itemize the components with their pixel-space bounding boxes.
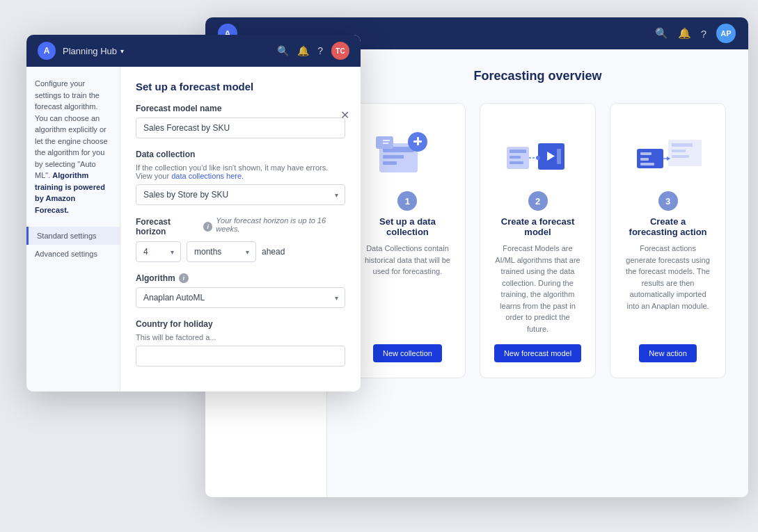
svg-rect-16 <box>557 149 561 164</box>
advanced-settings-item[interactable]: Advanced settings <box>26 245 120 263</box>
algorithm-label: Algorithm i <box>136 273 345 283</box>
front-search-icon[interactable]: 🔍 <box>277 45 289 56</box>
topbar-icons: 🔍 🔔 ? AP <box>655 24 736 43</box>
algorithm-select[interactable]: Anaplan AutoML <box>136 287 345 308</box>
front-bell-icon[interactable]: 🔔 <box>297 45 309 56</box>
form-group-forecast-horizon: Forecast horizon i Your forecast horizon… <box>136 216 345 262</box>
form-group-algorithm: Algorithm i Anaplan AutoML ▾ <box>136 273 345 308</box>
algorithm-select-wrapper: Anaplan AutoML ▾ <box>136 287 345 308</box>
svg-rect-6 <box>417 137 419 145</box>
front-help-icon[interactable]: ? <box>317 45 323 56</box>
horizon-number-select[interactable]: 4 1 2 3 5 6 <box>136 241 181 262</box>
close-button[interactable]: ✕ <box>340 110 349 121</box>
data-collection-select-wrapper: Sales by Store by SKU ▾ <box>136 184 345 205</box>
form-group-model-name: Forecast model name <box>136 104 345 138</box>
form-group-country: Country for holiday This will be factore… <box>136 319 345 366</box>
horizon-ahead-label: ahead <box>262 247 285 257</box>
front-avatar: TC <box>331 42 349 60</box>
data-collection-select[interactable]: Sales by Store by SKU <box>136 184 345 205</box>
svg-point-17 <box>536 156 540 160</box>
horizon-hint: Your forecast horizon is up to 16 weeks. <box>216 216 345 233</box>
dialog-sidebar: Configure your settings to train the for… <box>26 67 120 392</box>
form-group-data-collection: Data collection If the collection you'd … <box>136 150 345 205</box>
forecast-horizon-label: Forecast horizon i Your forecast horizon… <box>136 216 345 237</box>
front-topbar: A Planning Hub ▾ 🔍 🔔 ? TC <box>26 35 361 67</box>
front-topbar-left: A Planning Hub ▾ <box>38 42 124 60</box>
new-action-button[interactable]: New action <box>639 344 696 362</box>
svg-rect-23 <box>640 152 652 155</box>
svg-rect-12 <box>510 156 521 159</box>
svg-rect-19 <box>672 143 693 147</box>
front-anaplan-logo: A <box>38 42 56 60</box>
data-collections-link[interactable]: data collections here. <box>171 172 244 180</box>
svg-rect-7 <box>376 136 393 149</box>
horizon-number-wrapper: 4 1 2 3 5 6 ▾ <box>136 241 181 262</box>
card-number-1: 1 <box>397 191 417 211</box>
card-title-3: Create a forecasting action <box>624 216 711 237</box>
dialog-sidebar-text: Configure your settings to train the for… <box>26 78 120 227</box>
dialog-main: ✕ Set up a forecast model Forecast model… <box>120 67 361 392</box>
model-name-label: Forecast model name <box>136 104 345 113</box>
chevron-down-icon: ▾ <box>120 47 124 55</box>
main-content: Forecasting overview <box>327 49 748 497</box>
card-number-2: 2 <box>528 191 548 211</box>
horizon-unit-select[interactable]: months weeks days <box>187 241 256 262</box>
card-forecast-model: 2 Create a forecast model Forecast Model… <box>480 103 596 378</box>
page-title: Forecasting overview <box>349 69 726 83</box>
card-illustration-3 <box>626 120 710 183</box>
svg-rect-11 <box>510 150 526 153</box>
dialog-title: Set up a forecast model <box>136 81 345 92</box>
card-title-1: Set up a data collection <box>364 216 451 237</box>
card-desc-1: Data Collections contain historical data… <box>364 243 451 334</box>
standard-settings-item[interactable]: Standard settings <box>26 227 120 245</box>
card-forecasting-action: 3 Create a forecasting action Forecast a… <box>610 103 726 378</box>
search-icon[interactable]: 🔍 <box>655 27 668 40</box>
svg-rect-21 <box>672 155 689 158</box>
dialog-layout: Configure your settings to train the for… <box>26 67 361 392</box>
avatar[interactable]: AP <box>716 24 736 43</box>
forecast-horizon-row: 4 1 2 3 5 6 ▾ months weeks d <box>136 241 345 262</box>
front-app-title: Planning Hub ▾ <box>63 46 124 56</box>
card-illustration-2 <box>496 120 580 183</box>
country-input[interactable] <box>136 346 345 366</box>
svg-rect-24 <box>640 158 649 161</box>
info-icon: i <box>203 222 212 232</box>
card-desc-2: Forecast Models are AI/ML algorithms tha… <box>494 243 581 334</box>
new-collection-button[interactable]: New collection <box>373 344 442 362</box>
horizon-unit-wrapper: months weeks days ▾ <box>187 241 256 262</box>
data-collection-hint: If the collection you'd like isn't shown… <box>136 163 345 180</box>
card-number-3: 3 <box>658 191 678 211</box>
cards-row: 1 Set up a data collection Data Collecti… <box>349 103 726 378</box>
country-hint: This will be factored a... <box>136 333 345 341</box>
help-icon[interactable]: ? <box>701 28 706 40</box>
algorithm-info-icon: i <box>179 273 189 283</box>
card-data-collection: 1 Set up a data collection Data Collecti… <box>349 103 466 378</box>
country-label: Country for holiday <box>136 319 345 329</box>
card-desc-3: Forecast actions generate forecasts usin… <box>624 243 711 334</box>
front-topbar-icons: 🔍 🔔 ? TC <box>277 42 349 60</box>
data-collection-label: Data collection <box>136 150 345 159</box>
card-illustration-1 <box>365 120 449 183</box>
svg-rect-2 <box>383 155 404 159</box>
svg-rect-20 <box>672 150 686 152</box>
svg-rect-13 <box>510 161 523 164</box>
card-title-2: Create a forecast model <box>494 216 581 237</box>
svg-rect-25 <box>640 163 654 166</box>
new-forecast-model-button[interactable]: New forecast model <box>494 344 581 362</box>
front-window: A Planning Hub ▾ 🔍 🔔 ? TC Configure your… <box>26 35 361 392</box>
model-name-input[interactable] <box>136 118 345 138</box>
svg-rect-3 <box>383 161 397 165</box>
bell-icon[interactable]: 🔔 <box>678 27 691 40</box>
